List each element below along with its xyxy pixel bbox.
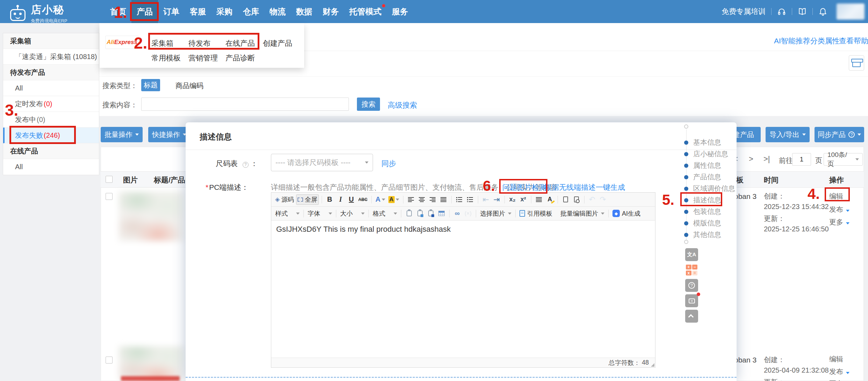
bullet-list-button[interactable]	[454, 194, 464, 205]
ai-generate-button[interactable]: ◆AI生成	[611, 208, 641, 219]
select-image-button[interactable]: 选择图片	[479, 208, 512, 219]
anchor-region-price-info[interactable]: 区域调价信息	[684, 184, 735, 193]
row-edit-link[interactable]: 编辑	[829, 192, 843, 201]
editor-content[interactable]: GsIJHXsD6Y This is my final product hdka…	[271, 221, 655, 358]
problem-image-check-link[interactable]: 问题图片检测	[502, 182, 546, 192]
menu-item-create-product[interactable]: 创建产品	[263, 38, 292, 48]
anchor-dxm-info[interactable]: 店小秘信息	[684, 149, 728, 159]
page-size-select[interactable]: 100条/页	[824, 153, 863, 166]
menu-item-diagnosis[interactable]: 产品诊断	[225, 53, 255, 63]
nav-customer-service[interactable]: 客服	[185, 0, 211, 23]
row-publish-link[interactable]: 发布	[829, 367, 849, 376]
font-select[interactable]: 字体	[307, 208, 333, 219]
nav-warehouse[interactable]: 仓库	[238, 0, 264, 23]
line-height-button[interactable]	[534, 194, 544, 205]
insert-link-button[interactable]: ∞	[452, 208, 462, 219]
size-template-select[interactable]: ---- 请选择尺码模板 ----	[271, 154, 373, 171]
nav-logistics[interactable]: 物流	[264, 0, 291, 23]
row-checkbox[interactable]	[106, 193, 113, 200]
menu-item-to-publish[interactable]: 待发布	[188, 38, 210, 48]
remove-format-button[interactable]: A	[545, 194, 555, 205]
italic-button[interactable]: I	[336, 194, 345, 205]
search-type-title-chip[interactable]: 标题	[141, 79, 160, 91]
menu-item-common-templates[interactable]: 常用模板	[151, 53, 181, 63]
outdent-button[interactable]: ⇤	[481, 194, 491, 205]
sync-product-button[interactable]: 同步产品?	[815, 127, 864, 142]
anchor-other-info[interactable]: 其他信息	[684, 230, 721, 239]
row-edit-link[interactable]: 编辑	[829, 354, 843, 364]
sidebar-item-publishing[interactable]: 发布中(0)	[3, 112, 99, 128]
row-more-link[interactable]: 更多	[829, 217, 849, 227]
nav-services[interactable]: 服务	[387, 0, 413, 23]
nav-purchase[interactable]: 采购	[211, 0, 238, 23]
nav-order[interactable]: 订单	[158, 0, 185, 23]
paste-from-word-button[interactable]	[426, 208, 436, 219]
ai-category-link[interactable]: AI智能推荐分类属性	[774, 36, 840, 46]
menu-item-collect-box[interactable]: 采集箱	[151, 38, 173, 48]
advanced-search-link[interactable]: 高级搜索	[388, 100, 417, 110]
nav-product[interactable]: 产品	[131, 0, 158, 23]
store-button[interactable]	[849, 55, 864, 71]
nav-hosting[interactable]: 托管模式	[344, 0, 387, 23]
preview-button[interactable]	[572, 194, 581, 205]
anchor-description-info[interactable]: 描述信息	[684, 195, 721, 205]
translate-button[interactable]: 文A	[685, 248, 698, 261]
superscript-button[interactable]: x²	[518, 194, 528, 205]
bold-button[interactable]: B	[325, 194, 335, 205]
calculator-button[interactable]: +− x=	[685, 264, 698, 276]
page-last-button[interactable]: >|	[763, 154, 770, 164]
anchor-packaging-info[interactable]: 包装信息	[684, 207, 721, 216]
generate-from-mobile-link[interactable]: 根据无线端描述一键生成	[544, 182, 625, 192]
quote-template-button[interactable]: 引用模板	[518, 208, 553, 219]
indent-button[interactable]: ⇥	[492, 194, 502, 205]
help-button[interactable]: ?	[685, 279, 698, 292]
sidebar-item-all-online[interactable]: All	[3, 159, 99, 175]
row-checkbox[interactable]	[106, 357, 113, 364]
nav-home[interactable]: 首页	[105, 0, 131, 23]
product-image-blurred[interactable]	[119, 346, 184, 381]
batch-edit-image-button[interactable]: 批量编辑图片	[559, 208, 605, 219]
resize-grip[interactable]	[651, 363, 654, 367]
align-center-button[interactable]	[417, 194, 427, 205]
row-publish-link[interactable]: 发布	[829, 205, 849, 214]
subscript-button[interactable]: x₂	[508, 194, 517, 205]
new-page-button[interactable]	[561, 194, 571, 205]
menu-item-online-products[interactable]: 在线产品	[225, 38, 255, 48]
help-link[interactable]: 查看帮助	[839, 36, 868, 46]
sync-link[interactable]: 同步	[381, 159, 396, 168]
insert-table-button[interactable]	[437, 208, 446, 219]
search-input[interactable]	[141, 98, 349, 111]
search-button[interactable]: 搜索	[357, 98, 380, 111]
manual-book-icon[interactable]	[798, 7, 807, 16]
paste-button[interactable]	[404, 208, 414, 219]
page-number-input[interactable]	[792, 153, 811, 166]
underline-button[interactable]: U	[346, 194, 356, 205]
scroll-top-button[interactable]	[685, 310, 698, 323]
align-right-button[interactable]	[428, 194, 438, 205]
format-select[interactable]: 格式	[372, 208, 398, 219]
fullscreen-button[interactable]: 全屏	[296, 194, 319, 205]
sidebar-item-scheduled[interactable]: 定时发布(0)	[3, 96, 99, 112]
user-avatar-blurred[interactable]	[837, 3, 865, 20]
menu-item-marketing[interactable]: 营销管理	[188, 53, 218, 63]
anchor-product-info[interactable]: 产品信息	[684, 172, 721, 182]
anchor-template-info[interactable]: 模版信息	[684, 218, 721, 228]
paste-as-text-button[interactable]	[415, 208, 425, 219]
sidebar-item-all-pending[interactable]: All	[3, 80, 99, 96]
text-color-button[interactable]: A	[374, 194, 386, 205]
align-justify-button[interactable]	[439, 194, 449, 205]
undo-button[interactable]: ↶	[587, 194, 597, 205]
page-next-button[interactable]: >	[749, 154, 753, 164]
sidebar-item-publish-failed[interactable]: 发布失败(246)	[3, 128, 99, 143]
row-more-link[interactable]: 更多	[829, 379, 849, 381]
product-image-blurred[interactable]	[119, 192, 184, 241]
source-code-button[interactable]: ◈ 源码	[274, 194, 295, 205]
strikethrough-button[interactable]: ABC	[357, 194, 368, 205]
numbered-list-button[interactable]	[465, 194, 475, 205]
font-size-select[interactable]: 大小	[339, 208, 366, 219]
aliexpress-logo[interactable]: AliExpress	[105, 36, 139, 49]
import-export-button[interactable]: 导入/导出	[766, 127, 810, 142]
nav-data[interactable]: 数据	[291, 0, 317, 23]
anchor-basic-info[interactable]: 基本信息	[684, 138, 721, 147]
nav-finance[interactable]: 财务	[317, 0, 344, 23]
